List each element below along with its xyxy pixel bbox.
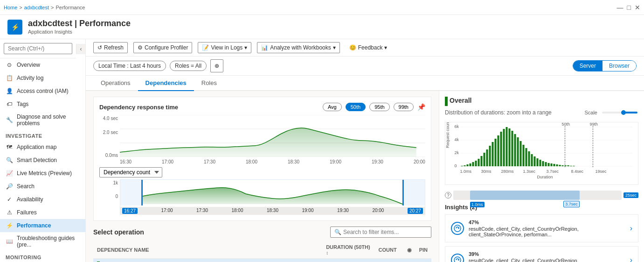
svg-rect-24 xyxy=(461,166,463,166)
insight-item-2[interactable]: 39% resultCode, client_City, client_Coun… xyxy=(445,246,638,262)
page-subtitle: Application Insights xyxy=(28,29,72,35)
svg-rect-6 xyxy=(141,180,143,205)
sidebar-item-performance[interactable]: ⚡ Performance xyxy=(0,219,85,232)
scale-slider[interactable] xyxy=(601,109,638,116)
sidebar-item-diagnose[interactable]: 🔧 Diagnose and solve problems xyxy=(0,111,85,129)
server-toggle-button[interactable]: Server xyxy=(573,61,602,71)
pin-cell[interactable]: 📌 xyxy=(415,259,431,262)
close-button[interactable]: ✕ xyxy=(635,4,640,11)
sidebar-item-smart-detection[interactable]: 🔍 Smart Detection xyxy=(0,154,85,167)
range-question-icon[interactable]: ? xyxy=(445,192,451,198)
svg-rect-58 xyxy=(556,164,558,166)
pin-chart-icon[interactable]: 📌 xyxy=(417,103,425,111)
svg-rect-51 xyxy=(537,158,539,166)
roles-filter[interactable]: Roles = All xyxy=(170,61,207,71)
x-label-1800: 18:00 xyxy=(246,159,257,164)
time-range-filter[interactable]: Local Time : Last 4 hours xyxy=(93,61,166,71)
insight-arrow-2[interactable]: › xyxy=(630,256,632,262)
sidebar-item-overview[interactable]: ⊙ Overview xyxy=(0,58,85,71)
sidebar-item-label: Availability xyxy=(17,196,43,203)
maximize-button[interactable]: □ xyxy=(627,4,631,11)
sidebar-item-label: Troubleshooting guides (pre... xyxy=(17,235,80,248)
sidebar-item-activity-log[interactable]: 📋 Activity log xyxy=(0,71,85,85)
tab-dependencies[interactable]: Dependencies xyxy=(138,76,194,91)
chevron-down-icon: ▾ xyxy=(244,44,247,51)
breadcrumb-resource[interactable]: adxbcdtest xyxy=(24,5,49,10)
p95-legend-btn[interactable]: 95th xyxy=(369,103,389,111)
count-cell: 60.18k xyxy=(375,259,403,262)
chart-legend: Avg 50th 95th 99th 📌 xyxy=(323,103,425,111)
svg-text:6k: 6k xyxy=(455,124,459,129)
svg-text:2k: 2k xyxy=(455,150,459,155)
y-label-2sec: 2.0 sec xyxy=(99,130,118,144)
sidebar-item-tags[interactable]: 🏷 Tags xyxy=(0,98,85,111)
search-input[interactable] xyxy=(4,43,72,54)
configure-profiler-button[interactable]: ⚙ Configure Profiler xyxy=(133,42,192,53)
svg-rect-46 xyxy=(523,145,525,166)
performance-icon: ⚡ xyxy=(6,222,13,229)
svg-rect-40 xyxy=(506,127,508,166)
refresh-button[interactable]: ↺ Refresh xyxy=(93,42,128,53)
sidebar-item-live-metrics[interactable]: 📈 Live Metrics (Preview) xyxy=(0,167,85,180)
response-time-chart: 4.0 sec 2.0 sec 0.0ms xyxy=(99,115,425,164)
svg-rect-26 xyxy=(467,164,469,166)
sidebar-item-availability[interactable]: ✓ Availability xyxy=(0,193,85,206)
p50-legend-btn[interactable]: 50th xyxy=(346,103,366,111)
overall-color-indicator xyxy=(445,97,448,106)
x-label-1930: 19:30 xyxy=(372,159,383,164)
toolbar: ↺ Refresh ⚙ Configure Profiler 📝 View in… xyxy=(86,39,644,57)
diagnose-icon: 🔧 xyxy=(6,116,13,124)
tab-roles[interactable]: Roles xyxy=(194,76,224,91)
table-row[interactable]: Overall1.22 sec60.18k📌 xyxy=(93,259,431,262)
sidebar-item-label: Smart Detection xyxy=(17,157,57,163)
operation-search-box[interactable]: 🔍 xyxy=(330,227,431,238)
tab-operations[interactable]: Operations xyxy=(93,76,138,91)
sidebar-collapse-button[interactable]: ‹ xyxy=(76,44,85,54)
x-label-count-1730: 17:30 xyxy=(196,208,208,214)
minimize-button[interactable]: — xyxy=(617,4,623,11)
filter-extra-button[interactable]: ⊕ xyxy=(210,59,223,72)
insight-desc-1: resultCode, client_City, client_CountryO… xyxy=(469,226,579,237)
breadcrumb-home[interactable]: Home xyxy=(4,5,17,10)
svg-rect-25 xyxy=(464,165,466,166)
sidebar-item-label: Diagnose and solve problems xyxy=(17,113,80,127)
view-in-logs-button[interactable]: 📝 View in Logs ▾ xyxy=(198,42,251,53)
svg-text:8.4sec: 8.4sec xyxy=(571,169,584,174)
sidebar-item-troubleshooting[interactable]: 📖 Troubleshooting guides (pre... xyxy=(0,232,85,251)
browser-toggle-button[interactable]: Browser xyxy=(602,61,636,71)
svg-text:3.7sec: 3.7sec xyxy=(547,169,559,174)
sidebar-item-access-control[interactable]: 👤 Access control (IAM) xyxy=(0,85,85,98)
x-label-1700: 17:00 xyxy=(162,159,173,164)
sidebar-item-app-map[interactable]: 🗺 Application map xyxy=(0,141,85,154)
p99-legend-btn[interactable]: 99th xyxy=(394,103,414,111)
duration-header[interactable]: DURATION (50TH) xyxy=(322,241,374,259)
sidebar-item-search[interactable]: 🔎 Search xyxy=(0,180,85,193)
analyze-workbooks-button[interactable]: 📊 Analyze with Workbooks ▾ xyxy=(257,42,340,53)
breadcrumb-sep1: > xyxy=(19,5,22,10)
svg-rect-38 xyxy=(500,132,502,166)
activity-log-icon: 📋 xyxy=(6,74,13,82)
select-op-title: Select operation xyxy=(93,228,144,236)
svg-rect-62 xyxy=(568,165,569,166)
workbooks-analyze-icon: 📊 xyxy=(261,44,268,51)
dep-count-dropdown[interactable]: Dependency count xyxy=(99,167,162,177)
sidebar-item-failures[interactable]: ⚠ Failures xyxy=(0,206,85,219)
svg-rect-55 xyxy=(548,163,550,166)
svg-rect-34 xyxy=(489,146,491,166)
app-map-icon: 🗺 xyxy=(6,143,13,151)
svg-rect-32 xyxy=(484,153,485,166)
avg-legend-btn[interactable]: Avg xyxy=(323,103,342,111)
sidebar-item-label: Search xyxy=(17,183,35,190)
svg-rect-64 xyxy=(573,166,575,166)
insight-item-1[interactable]: 47% resultCode, client_City, client_Coun… xyxy=(445,214,638,242)
operation-search-input[interactable] xyxy=(343,229,427,235)
count-header: COUNT xyxy=(375,241,403,259)
feedback-button[interactable]: 😊 Feedback ▾ xyxy=(346,42,391,53)
distribution-svg: 6k 4k 2k 0 Request count xyxy=(445,122,638,183)
x-label-1830: 18:30 xyxy=(288,159,299,164)
svg-rect-31 xyxy=(481,156,483,166)
insight-arrow-1[interactable]: › xyxy=(630,224,632,233)
y-label-0ms: 0.0ms xyxy=(99,144,118,158)
svg-rect-63 xyxy=(570,166,572,166)
smart-detection-icon: 🔍 xyxy=(6,156,13,164)
